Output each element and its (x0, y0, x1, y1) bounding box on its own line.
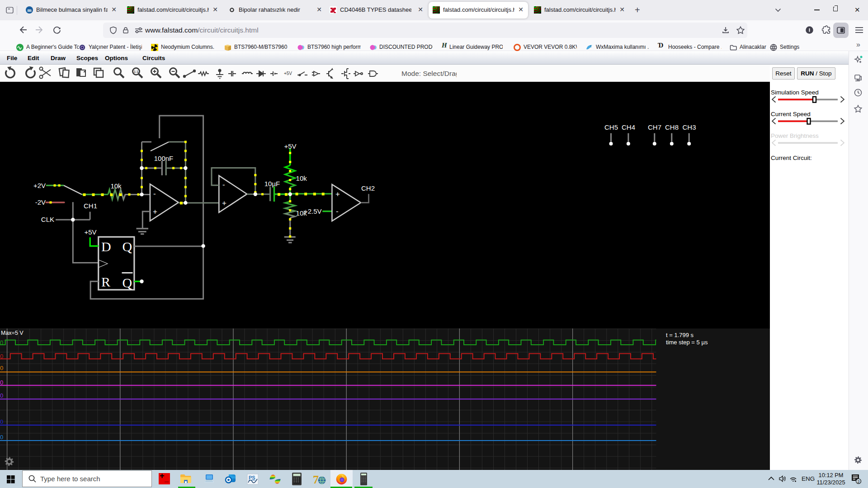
svg-text:10k: 10k (296, 174, 307, 182)
svg-text:+2.5V: +2.5V (304, 207, 322, 215)
svg-text:D: D (101, 239, 111, 254)
svg-text:t = 1.799 s: t = 1.799 s (666, 332, 694, 338)
svg-text:PS: PS (249, 475, 255, 480)
svg-text:0: 0 (0, 365, 3, 371)
svg-text:CH5: CH5 (604, 123, 618, 131)
svg-text:+5V: +5V (84, 228, 96, 236)
svg-text:-: - (153, 189, 156, 198)
svg-text:R: R (101, 274, 110, 289)
svg-text:0: 0 (0, 339, 3, 346)
svg-text:-: - (222, 180, 225, 189)
svg-text:10k: 10k (110, 182, 122, 190)
svg-text:0: 0 (0, 418, 3, 425)
svg-text:100nF: 100nF (154, 155, 174, 162)
svg-text:10µF: 10µF (264, 180, 280, 188)
svg-text:+2V: +2V (33, 182, 46, 189)
svg-text:+: + (153, 207, 157, 216)
svg-text:1:1: 1:1 (134, 70, 138, 73)
svg-text:0: 0 (0, 434, 3, 441)
svg-text:Max=5 V: Max=5 V (1, 330, 24, 336)
svg-text:CLK: CLK (41, 216, 54, 223)
svg-text:CH1: CH1 (84, 202, 97, 210)
svg-text:Q: Q (123, 275, 132, 290)
svg-text:+5V: +5V (284, 71, 292, 76)
svg-text:0: 0 (0, 379, 3, 386)
svg-text:Q: Q (123, 239, 132, 254)
svg-text:CH4: CH4 (622, 123, 635, 131)
svg-text:2: 2 (857, 479, 859, 484)
svg-text:CH7: CH7 (648, 123, 661, 131)
svg-text:+: + (222, 199, 226, 207)
svg-text:time step = 5 µs: time step = 5 µs (666, 339, 708, 346)
svg-text:-: - (336, 207, 339, 216)
svg-text:0: 0 (0, 353, 3, 360)
svg-text:Mode: Select/Drag Sel: Mode: Select/Drag Sel (401, 70, 457, 77)
svg-text:0: 0 (0, 392, 3, 399)
svg-text:CH8: CH8 (665, 123, 679, 131)
svg-text:CH2: CH2 (361, 184, 375, 192)
svg-text:+5V: +5V (284, 142, 296, 150)
svg-text:CH3: CH3 (682, 123, 696, 131)
svg-text:7: 7 (313, 473, 319, 486)
svg-text:+: + (335, 190, 340, 198)
svg-text:m: m (27, 7, 31, 13)
svg-text:-2V: -2V (35, 198, 46, 206)
